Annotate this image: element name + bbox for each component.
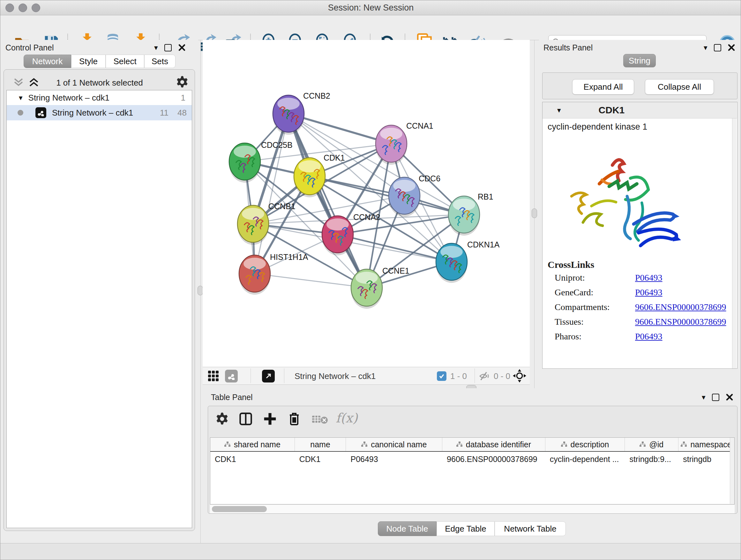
splitter-handle[interactable] (532, 208, 537, 218)
control-panel-tabs: Network Style Select Sets (23, 55, 176, 68)
tab-sets[interactable]: Sets (144, 55, 176, 68)
column-header-database-identifier[interactable]: database identifier (442, 438, 545, 451)
network-node-label: CCNE1 (382, 266, 409, 275)
network-node-CDKN1A[interactable]: CDKN1A (436, 240, 500, 283)
network-row[interactable]: String Network – cdk1 11 48 (7, 105, 192, 120)
crosslink-row: Tissues:9606.ENSP00000378699 (555, 317, 727, 331)
show-columns-icon[interactable] (239, 412, 253, 426)
table-row[interactable]: CDK1CDK1P064939606.ENSP00000378699cyclin… (210, 452, 734, 466)
collapse-all-button[interactable]: Collapse All (645, 79, 714, 95)
status-bar: Memory (0, 543, 741, 560)
tree-expander-icon[interactable]: ▾ (19, 94, 23, 102)
float-panel-icon[interactable] (714, 44, 721, 51)
network-node-CCNB1[interactable]: CCNB1 (238, 202, 295, 245)
panel-menu-icon[interactable]: ▾ (154, 44, 158, 51)
collection-network-count: 1 (181, 93, 185, 103)
network-edge[interactable] (288, 114, 367, 288)
expand-all-button[interactable]: Expand All (572, 79, 634, 95)
crosslink-link[interactable]: P06493 (635, 331, 663, 341)
float-panel-icon[interactable] (164, 44, 172, 51)
protein-structure-image (560, 147, 691, 255)
delete-table-icon (312, 415, 329, 425)
birds-eye-grid-icon[interactable] (208, 370, 219, 382)
results-panel: Results Panel ▾ String Expand All Collap… (539, 40, 741, 388)
network-collection-row[interactable]: ▾ String Network – cdk1 1 (7, 90, 192, 105)
tab-style[interactable]: Style (71, 55, 106, 68)
tab-select[interactable]: Select (106, 55, 144, 68)
panel-menu-icon[interactable]: ▾ (704, 44, 708, 51)
control-panel: Control Panel ▾ Network Style Select Set… (0, 40, 198, 543)
crosslink-link[interactable]: P06493 (635, 273, 663, 283)
network-canvas[interactable]: CCNB2CCNA1CDC25BCDK1CDC6RB1CCNB1CCNA2CDK… (203, 40, 530, 367)
gear-icon[interactable] (176, 75, 189, 89)
column-header-canonical-name[interactable]: canonical name (346, 438, 442, 451)
column-header--id[interactable]: @id (625, 438, 678, 451)
network-graph[interactable]: CCNB2CCNA1CDC25BCDK1CDC6RB1CCNB1CCNA2CDK… (203, 40, 530, 367)
tab-node-table[interactable]: Node Table (378, 521, 436, 536)
table-cell[interactable]: cyclin-dependent ... (545, 452, 625, 466)
open-in-window-button[interactable] (262, 370, 275, 382)
hidden-eye-slash-icon (479, 371, 490, 381)
table-vscrollbar[interactable] (730, 438, 734, 504)
table-panel-title: Table Panel (211, 393, 253, 402)
network-node-label: HIST1H1A (270, 253, 308, 261)
network-node-CCNE1[interactable]: CCNE1 (351, 266, 409, 309)
close-panel-icon[interactable] (178, 44, 186, 51)
delete-column-trash-icon[interactable] (287, 411, 301, 427)
column-header-name[interactable]: name (295, 438, 346, 451)
crosslink-link[interactable]: P06493 (635, 287, 663, 298)
close-panel-icon[interactable] (728, 44, 735, 51)
gene-card-header[interactable]: ▾ CDK1 (542, 102, 737, 118)
table-cell[interactable]: stringdb:9... (625, 452, 678, 466)
function-builder-icon: f(x) (336, 411, 358, 425)
network-node-label: CDKN1A (467, 240, 500, 249)
network-edge[interactable] (255, 114, 288, 273)
network-edge[interactable] (255, 273, 367, 288)
network-node-label: CDC6 (419, 174, 441, 183)
network-node-CDC25B[interactable]: CDC25B (229, 140, 293, 183)
tab-string[interactable]: String (623, 54, 656, 67)
network-node-CCNA1[interactable]: CCNA1 (376, 121, 433, 165)
close-panel-icon[interactable] (726, 393, 733, 401)
network-node-CCNB2[interactable]: CCNB2 (273, 91, 330, 135)
network-node-CDC6[interactable]: CDC6 (389, 174, 441, 217)
table-hscrollbar[interactable] (210, 504, 735, 513)
network-edge-count: 48 (178, 108, 187, 118)
column-header-namespace[interactable]: namespace (678, 438, 734, 451)
crosslink-link[interactable]: 9606.ENSP00000378699 (635, 317, 726, 327)
tab-network-table[interactable]: Network Table (495, 521, 566, 536)
network-node-RB1[interactable]: RB1 (448, 192, 493, 236)
hscrollbar-thumb[interactable] (212, 506, 267, 512)
fit-content-crosshair-icon[interactable] (513, 369, 526, 382)
results-buttons-strip: Expand All Collapse All (542, 72, 738, 99)
window-title: Session: New Session (0, 3, 741, 13)
tab-network[interactable]: Network (23, 55, 71, 68)
results-scrollbar[interactable] (732, 118, 737, 368)
toolbar-separator (251, 368, 251, 383)
crosslink-link[interactable]: 9606.ENSP00000378699 (635, 302, 726, 312)
collapse-gene-icon[interactable]: ▾ (557, 107, 561, 114)
add-column-icon[interactable] (263, 412, 277, 426)
table-cell[interactable]: P06493 (346, 452, 442, 466)
network-type-icon (36, 107, 46, 118)
title-bar: Session: New Session (0, 0, 741, 15)
network-tree: ▾ String Network – cdk1 1 String Network… (6, 90, 192, 528)
splitter-handle[interactable] (198, 286, 203, 295)
network-node-label: CCNB2 (303, 91, 330, 100)
table-cell[interactable]: stringdb (678, 452, 734, 466)
table-tabs: Node Table Edge Table Network Table (378, 521, 566, 536)
network-node-HIST1H1A[interactable]: HIST1H1A (239, 253, 308, 295)
node-table: shared namenamecanonical namedatabase id… (210, 437, 735, 504)
table-cell[interactable]: 9606.ENSP00000378699 (442, 452, 545, 466)
crosslink-label: Tissues: (555, 317, 635, 327)
selected-checkbox-icon[interactable] (437, 371, 447, 381)
gear-icon[interactable] (215, 412, 229, 426)
column-header-description[interactable]: description (545, 438, 625, 451)
network-icon-badge[interactable] (225, 370, 238, 382)
float-panel-icon[interactable] (712, 394, 719, 401)
table-cell[interactable]: CDK1 (210, 452, 295, 466)
panel-menu-icon[interactable]: ▾ (702, 394, 705, 401)
table-cell[interactable]: CDK1 (295, 452, 346, 466)
tab-edge-table[interactable]: Edge Table (436, 521, 495, 536)
column-header-shared-name[interactable]: shared name (210, 438, 295, 451)
